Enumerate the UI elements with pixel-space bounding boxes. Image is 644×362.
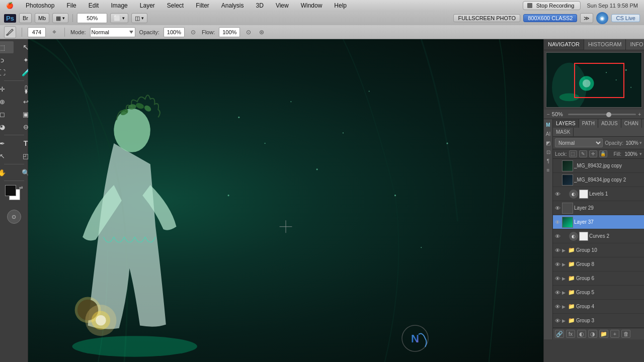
lock-position-icon[interactable]: ✛ [589,150,597,157]
view-btn[interactable]: ▦▾ [52,13,68,23]
brush-size-input[interactable] [28,27,46,37]
zoom-input[interactable] [77,13,107,23]
layer-item-active[interactable]: 👁 Layer 37 [553,215,644,229]
tab-navigator[interactable]: NAVIGATOR [544,39,584,50]
stop-recording-button[interactable]: Stop Recording [523,1,581,10]
group-expand-icon[interactable]: ▶ [562,262,567,267]
tab-layers[interactable]: LAYERS [553,119,579,128]
blend-mode-select[interactable]: Normal Multiply Screen [555,138,603,147]
layer-group-btn[interactable]: 📁 [599,330,608,338]
layer-group-item[interactable]: 👁 ▶ 📁 Group 6 [553,272,644,286]
zoom-btn2[interactable]: ⬜▾ [110,13,128,23]
tool-eraser[interactable]: ◻ [0,108,14,120]
preset-fullscreen[interactable]: FULLSCREEN PHOTO [453,14,520,22]
menu-image[interactable]: Image [109,2,129,10]
layer-item[interactable]: _MG_89434.jpg copy 2 [553,173,644,187]
layer-group-item[interactable]: 👁 ▶ 📁 Group 4 [553,300,644,314]
layer-visibility-icon[interactable]: 👁 [554,289,561,296]
layer-link-icon[interactable] [562,191,568,197]
menu-window[interactable]: Window [299,2,325,10]
brush2-icon[interactable]: ⊡ [545,148,552,155]
tool-hand[interactable]: ✋ [0,166,14,178]
layer-item[interactable]: _MG_89432.jpg copy [553,159,644,173]
tab-mask[interactable]: MASK [553,128,574,136]
zoom-in-icon[interactable]: + [638,112,641,117]
preset-expand[interactable]: ≫ [580,13,593,23]
tab-path[interactable]: PATH [579,119,598,128]
opacity-input[interactable] [164,27,185,37]
tab-channels[interactable]: CHAN [621,119,642,128]
tool-marquee[interactable]: ⬚ [0,41,14,53]
layout-btn[interactable]: ◫▾ [131,13,147,23]
layer-visibility-icon[interactable]: 👁 [554,303,561,310]
opacity-arrow[interactable]: ▾ [639,140,642,145]
layer-adjustment-btn[interactable]: ◑ [588,330,597,338]
layer-visibility-icon[interactable]: 👁 [554,191,561,198]
menu-help[interactable]: Help [332,2,349,10]
airbrush-icon[interactable]: ⊛ [257,28,266,37]
color-swatches[interactable]: ⇄ [5,185,23,203]
tool-crop[interactable]: ⛶ [0,66,14,78]
fill-arrow[interactable]: ▾ [639,151,642,156]
brush-geometry-icon[interactable]: ⌖ [50,28,59,37]
tool-pen[interactable]: ✒ [0,137,14,149]
tool-blur[interactable]: ◕ [0,121,14,133]
mini-bridge-button[interactable]: Mb [35,13,49,23]
menu-file[interactable]: File [64,2,78,10]
clone-icon[interactable]: ◩ [545,139,552,146]
layer-visibility-icon[interactable]: 👁 [554,317,561,324]
lock-pixels-icon[interactable]: ✎ [579,150,587,157]
layer-item[interactable]: 👁 ◐ Levels 1 [553,187,644,201]
layer-visibility-icon[interactable]: 👁 [554,261,561,268]
layer-visibility-icon[interactable] [554,176,561,184]
layer-group-item[interactable]: 👁 ▶ 📁 Group 3 [553,314,644,328]
tool-stamp[interactable]: ⊕ [0,96,14,108]
mb-icon[interactable]: M [545,121,552,128]
swap-colors-icon[interactable]: ⇄ [19,185,23,190]
menu-filter[interactable]: Filter [194,2,211,10]
layer-fx-btn[interactable]: fx [566,330,575,338]
cs-live-button[interactable]: CS Live [611,14,640,22]
layer-group-item[interactable]: 👁 ▶ 📁 Group 10 [553,243,644,257]
layer-link-btn[interactable]: 🔗 [555,330,564,338]
menu-edit[interactable]: Edit [87,2,101,10]
group-expand-icon[interactable]: ▶ [562,318,567,323]
para-icon[interactable]: ¶ [545,157,552,164]
tab-histogram[interactable]: HISTOGRAM [584,39,626,50]
preset-class2[interactable]: 800X600 CLASS2 [523,14,577,22]
menu-analysis[interactable]: Analysis [219,2,246,10]
group-expand-icon[interactable]: ▶ [562,276,567,281]
mode-select[interactable]: Normal Dissolve Multiply Screen Overlay [90,27,135,37]
apple-menu[interactable]: 🍎 [4,2,16,10]
layer-group-item[interactable]: 👁 ▶ 📁 Group 5 [553,286,644,300]
foreground-color-swatch[interactable] [5,185,16,196]
quick-mask-btn[interactable]: ⊙ [7,210,21,224]
menu-3d[interactable]: 3D [254,2,266,10]
layer-visibility-icon[interactable]: 👁 [554,275,561,282]
layer-link-icon[interactable] [562,233,568,239]
layer-mask-btn[interactable]: ◐ [577,330,586,338]
zoom-slider[interactable] [568,114,636,115]
layer-visibility-icon[interactable]: 👁 [554,219,561,226]
lock-all-icon[interactable]: 🔒 [599,150,607,157]
layer-visibility-icon[interactable]: 👁 [554,247,561,254]
layer-new-btn[interactable]: + [610,330,619,338]
lock-transparent-icon[interactable]: ⬚ [569,150,577,157]
ai-icon[interactable]: AI [545,130,552,137]
layer-visibility-icon[interactable] [554,162,561,169]
layer-visibility-icon[interactable]: 👁 [554,233,561,240]
tool-path-select[interactable]: ↖ [0,150,14,162]
menu-select[interactable]: Select [165,2,186,10]
zoom-out-icon[interactable]: − [547,112,550,117]
layer-item[interactable]: 👁 Layer 29 [553,201,644,215]
menu-layer[interactable]: Layer [138,2,157,10]
group-expand-icon[interactable]: ▶ [562,290,567,295]
flow-icon[interactable]: ⊙ [244,28,253,37]
opacity-icon[interactable]: ⊙ [189,28,198,37]
flow-input[interactable] [219,27,240,37]
menu-photoshop[interactable]: Photoshop [24,2,56,10]
group-expand-icon[interactable]: ▶ [562,248,567,253]
layer-delete-btn[interactable]: 🗑 [621,330,630,338]
tab-adjust[interactable]: ADJUS [598,119,621,128]
layer-group-item[interactable]: 👁 ▶ 📁 Group 8 [553,257,644,272]
